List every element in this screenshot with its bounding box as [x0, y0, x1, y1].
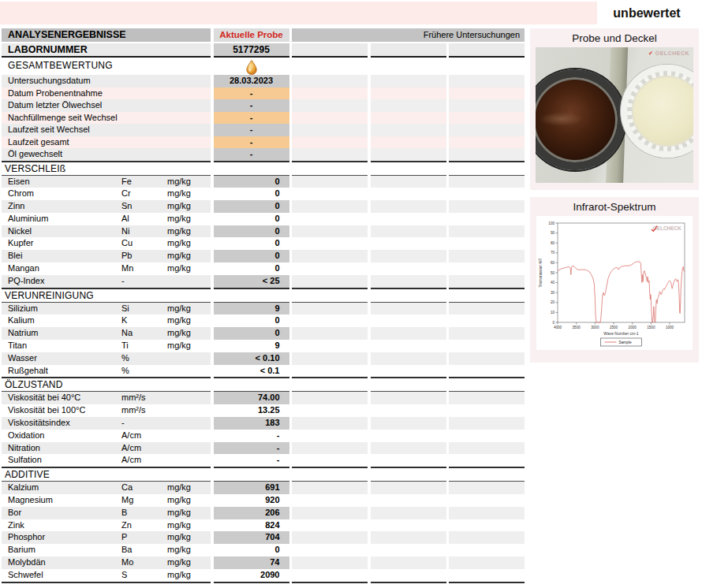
previous-sample-cell: [449, 200, 525, 213]
param-label-cell: Laufzeit seit Wechsel: [2, 124, 211, 136]
info-row: Laufzeit gesamt-: [2, 136, 525, 149]
previous-sample-cell: [449, 531, 525, 544]
previous-sample-cell: [371, 469, 446, 482]
param-symbol: B: [121, 507, 127, 519]
section-header-row: VERUNREINIGUNG: [2, 288, 525, 303]
previous-sample-cell: [371, 340, 446, 352]
previous-sample-cell: [449, 544, 525, 556]
current-sample-value: < 25: [214, 275, 289, 289]
previous-sample-cell: [449, 213, 525, 225]
param-label-cell: BorBmg/kg: [2, 507, 211, 519]
infrared-spectrum-panel: Infrarot-Spektrum 0102030405060708090100…: [530, 197, 699, 363]
current-sample-value: 0: [214, 213, 289, 225]
lab-number-row: LABORNUMMER 5177295: [2, 43, 525, 56]
param-unit: mg/kg: [167, 237, 191, 250]
current-sample-value: 0: [214, 544, 289, 556]
previous-sample-cell: [449, 454, 525, 468]
section-header-row: VERSCHLEIß: [2, 161, 525, 176]
current-sample-value: [214, 163, 289, 176]
previous-sample-cell: [292, 250, 368, 262]
current-sample-column-header: Aktuelle Probe: [214, 28, 289, 42]
previous-sample-cell: [371, 112, 446, 125]
param-label-cell: ZinnSnmg/kg: [2, 200, 211, 213]
param-symbol: -: [121, 417, 125, 430]
current-sample-value: 74: [214, 556, 289, 569]
previous-sample-cell: [371, 507, 446, 519]
param-label-cell: Öl gewechselt: [2, 148, 211, 162]
previous-sample-cell: [449, 188, 525, 200]
table-row: PQ-Index-< 25: [2, 275, 525, 288]
param-label-cell: Viskosität bei 40°Cmm²/s: [2, 392, 211, 404]
param-symbol: -: [121, 275, 125, 288]
param-symbol: Pb: [121, 250, 132, 262]
previous-sample-cell: [449, 87, 525, 100]
previous-sample-cell: [292, 556, 368, 569]
param-unit: mg/kg: [167, 188, 191, 200]
svg-text:3000: 3000: [591, 326, 599, 329]
param-name: Öl gewechselt: [8, 148, 62, 161]
param-unit: mg/kg: [167, 569, 191, 582]
previous-sample-cell: [371, 188, 446, 200]
current-sample-value: 0: [214, 262, 289, 275]
previous-sample-cell: [449, 163, 525, 176]
previous-sample-cell: [371, 314, 446, 327]
param-name: Nitration: [8, 442, 40, 455]
param-symbol: Mn: [121, 262, 133, 275]
param-symbol: Al: [121, 213, 129, 225]
previous-sample-cell: [292, 176, 368, 188]
svg-text:4000: 4000: [554, 326, 562, 329]
current-sample-value: -: [214, 454, 289, 468]
table-row: NatriumNamg/kg0: [2, 327, 525, 340]
previous-sample-cell: [449, 365, 525, 379]
previous-sample-cell: [292, 531, 368, 544]
previous-sample-cell: [371, 327, 446, 340]
previous-sample-cell: [371, 163, 446, 176]
table-row: SiliziumSimg/kg9: [2, 303, 525, 315]
param-name: Oxidation: [8, 430, 44, 442]
previous-sample-cell: [449, 275, 525, 289]
previous-sample-cell: [371, 531, 446, 544]
previous-sample-cell: [449, 75, 525, 87]
previous-sample-cell: [292, 262, 368, 275]
previous-sample-cell: [449, 176, 525, 188]
param-name: Rußgehalt: [8, 365, 48, 378]
sample-photo-panel: Probe und Deckel ✓ OELCHECK: [530, 28, 699, 190]
param-symbol: Cr: [121, 188, 131, 200]
param-name: Viskosität bei 40°C: [8, 392, 80, 404]
table-row: TitanTimg/kg9: [2, 340, 525, 352]
previous-sample-cell: [371, 87, 446, 100]
table-header-row: ANALYSENERGEBNISSE Aktuelle Probe Früher…: [2, 28, 525, 42]
param-label-cell: PQ-Index-: [2, 275, 211, 289]
param-name: Mangan: [8, 262, 39, 275]
previous-sample-cell: [371, 379, 446, 392]
param-label-cell: SulfationA/cm: [2, 454, 211, 468]
param-symbol: Ni: [121, 225, 129, 238]
info-row: Nachfüllmenge seit Wechsel-: [2, 112, 525, 125]
previous-sample-cell: [371, 365, 446, 379]
previous-sample-cell: [371, 352, 446, 365]
previous-sample-cell: [292, 392, 368, 404]
table-row: AluminiumAlmg/kg0: [2, 213, 525, 225]
param-name: Datum Probenentnahme: [8, 87, 103, 100]
previous-sample-cell: [292, 469, 368, 482]
info-row: Datum Probenentnahme-: [2, 87, 525, 100]
top-accent-bar: [0, 2, 597, 24]
param-unit: mg/kg: [167, 213, 191, 225]
previous-sample-cell: [371, 262, 446, 275]
section-title: ÖLZUSTAND: [2, 379, 63, 390]
param-symbol: mm²/s: [121, 392, 146, 404]
previous-sample-cell: [449, 392, 525, 404]
previous-sample-cell: [292, 454, 368, 468]
previous-sample-cell: [371, 148, 446, 162]
previous-sample-cell: [449, 482, 525, 494]
current-sample-value: -: [214, 124, 289, 136]
param-symbol: A/cm: [121, 442, 141, 455]
previous-sample-cell: [371, 494, 446, 507]
current-sample-value: 2090: [214, 569, 289, 583]
param-symbol: Zn: [121, 519, 132, 532]
param-symbol: Ti: [121, 340, 129, 352]
param-label-cell: Datum Probenentnahme: [2, 87, 211, 100]
previous-sample-cell: [371, 482, 446, 494]
param-name: Kalium: [8, 314, 35, 327]
previous-sample-cell: [449, 136, 525, 149]
